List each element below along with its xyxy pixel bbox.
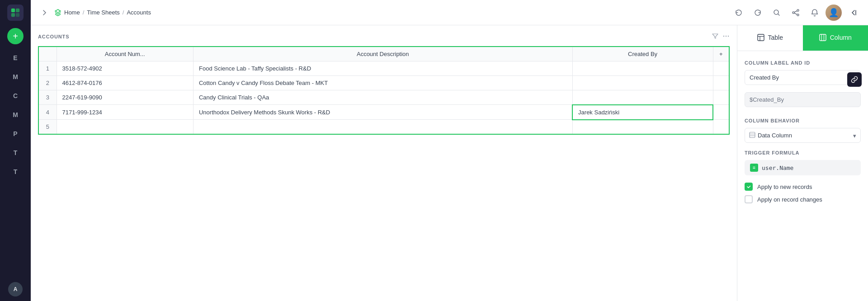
svg-rect-3 [16, 13, 19, 17]
cell-created-2[interactable] [572, 76, 713, 90]
right-panel: Table Column COLUMN LABEL AND ID [737, 25, 868, 301]
breadcrumb-accounts[interactable]: Accounts [127, 9, 151, 16]
svg-rect-1 [16, 9, 19, 12]
cell-plus-1 [713, 61, 729, 76]
cell-created-5[interactable] [572, 120, 713, 135]
column-label-input[interactable] [745, 70, 861, 85]
breadcrumb: Home / Time Sheets / Accounts [54, 9, 151, 16]
apply-new-records-checkbox[interactable] [745, 183, 753, 191]
col-header-created-by[interactable]: Created By [572, 47, 713, 61]
sidebar-item-t[interactable]: T [7, 145, 24, 161]
filter-button[interactable] [712, 33, 719, 41]
col-header-rownum [38, 47, 57, 61]
svg-point-10 [726, 36, 726, 37]
column-label-section-title: COLUMN LABEL AND ID [745, 60, 861, 66]
column-icon [819, 34, 826, 41]
redo-button[interactable] [750, 5, 765, 20]
behavior-select[interactable]: Data Column [745, 128, 861, 143]
link-icon [851, 76, 858, 83]
notifications-button[interactable] [807, 5, 822, 20]
apply-new-records-label: Apply to new records [757, 183, 812, 190]
cell-account-num-2[interactable]: 4612-874-0176 [57, 76, 193, 90]
svg-point-9 [723, 36, 724, 37]
tab-column[interactable]: Column [803, 25, 868, 51]
cell-created-3[interactable] [572, 90, 713, 105]
apply-new-records-row[interactable]: Apply to new records [745, 183, 861, 191]
section-header: ACCOUNTS [38, 33, 730, 41]
cell-plus-4 [713, 105, 729, 120]
cell-desc-1[interactable]: Food Science Lab - Taffy Specialists - R… [193, 61, 572, 76]
data-table: Account Num... Account Description Creat… [38, 46, 730, 135]
user-avatar[interactable]: 👤 [826, 5, 842, 21]
col-header-account-desc[interactable]: Account Description [193, 47, 572, 61]
cell-account-num-1[interactable]: 3518-572-4902 [57, 61, 193, 76]
topnav-actions: 👤 [731, 5, 861, 21]
cell-account-num-4[interactable]: 7171-999-1234 [57, 105, 193, 120]
search-button[interactable] [769, 5, 784, 20]
tab-table-label: Table [768, 34, 783, 41]
layers-icon [54, 9, 61, 16]
content: ACCOUNTS Account Num... Account Descript [31, 25, 868, 301]
formula-equals-icon: = [750, 164, 758, 172]
cell-plus-5 [713, 120, 729, 135]
table-section: ACCOUNTS Account Num... Account Descript [31, 25, 737, 301]
cell-desc-2[interactable]: Cotton Candy v Candy Floss Debate Team -… [193, 76, 572, 90]
table-row: 2 4612-874-0176 Cotton Candy v Candy Flo… [38, 76, 729, 90]
behavior-select-wrapper: Data Column [745, 128, 861, 143]
collapse-button[interactable] [846, 5, 861, 20]
breadcrumb-timesheets[interactable]: Time Sheets [87, 9, 120, 16]
data-column-icon [749, 132, 755, 139]
cell-desc-5[interactable] [193, 120, 572, 135]
cell-desc-4[interactable]: Unorthodox Delivery Methods Skunk Works … [193, 105, 572, 120]
cell-account-num-3[interactable]: 2247-619-9090 [57, 90, 193, 105]
formula-text: user.Name [762, 165, 793, 171]
panel-body: COLUMN LABEL AND ID COLUMN BEHAVIOR [737, 51, 868, 301]
sidebar-item-p[interactable]: P [7, 126, 24, 142]
svg-point-6 [793, 12, 794, 14]
row-num-3: 3 [38, 90, 57, 105]
breadcrumb-home[interactable]: Home [64, 9, 80, 16]
undo-button[interactable] [731, 5, 746, 20]
col-header-account-num[interactable]: Account Num... [57, 47, 193, 61]
breadcrumb-sep2: / [123, 9, 124, 16]
topnav: Home / Time Sheets / Accounts 👤 [31, 0, 868, 25]
sidebar-item-m[interactable]: M [7, 69, 24, 85]
sidebar-item-a[interactable]: A [8, 282, 23, 296]
svg-rect-15 [820, 34, 826, 41]
table-icon [757, 34, 764, 41]
sidebar-item-m2[interactable]: M [7, 107, 24, 123]
cell-created-4[interactable]: Jarek Sadziński [572, 105, 713, 120]
trigger-formula-box[interactable]: = user.Name [745, 160, 861, 175]
sidebar: + E M C M P T T A [0, 0, 31, 301]
sidebar-item-t2[interactable]: T [7, 164, 24, 180]
link-icon-button[interactable] [847, 72, 862, 87]
row-num-4: 4 [38, 105, 57, 120]
sidebar-item-e[interactable]: E [7, 50, 24, 66]
sidebar-item-c[interactable]: C [7, 88, 24, 104]
expand-nav-button[interactable] [38, 6, 51, 19]
table-row: 3 2247-619-9090 Candy Clinical Trials - … [38, 90, 729, 105]
svg-rect-12 [758, 34, 764, 41]
share-button[interactable] [788, 5, 803, 20]
svg-rect-0 [11, 9, 15, 12]
cell-account-num-5[interactable] [57, 120, 193, 135]
add-column-button[interactable]: + [713, 47, 729, 61]
cell-plus-2 [713, 76, 729, 90]
apply-record-changes-row[interactable]: Apply on record changes [745, 195, 861, 203]
cell-plus-3 [713, 90, 729, 105]
apply-record-changes-checkbox[interactable] [745, 195, 753, 203]
column-id-input[interactable] [745, 92, 861, 107]
svg-rect-18 [750, 132, 755, 137]
add-button[interactable]: + [7, 28, 24, 44]
svg-point-11 [728, 36, 729, 37]
tab-table[interactable]: Table [737, 25, 803, 51]
more-options-button[interactable] [722, 33, 730, 41]
column-label-row [745, 70, 861, 89]
svg-point-5 [797, 9, 799, 11]
cell-desc-3[interactable]: Candy Clinical Trials - QAa [193, 90, 572, 105]
tab-column-label: Column [830, 34, 852, 41]
cell-created-1[interactable] [572, 61, 713, 76]
app-logo [7, 5, 24, 21]
panel-tabs: Table Column [737, 25, 868, 51]
row-num-5: 5 [38, 120, 57, 135]
